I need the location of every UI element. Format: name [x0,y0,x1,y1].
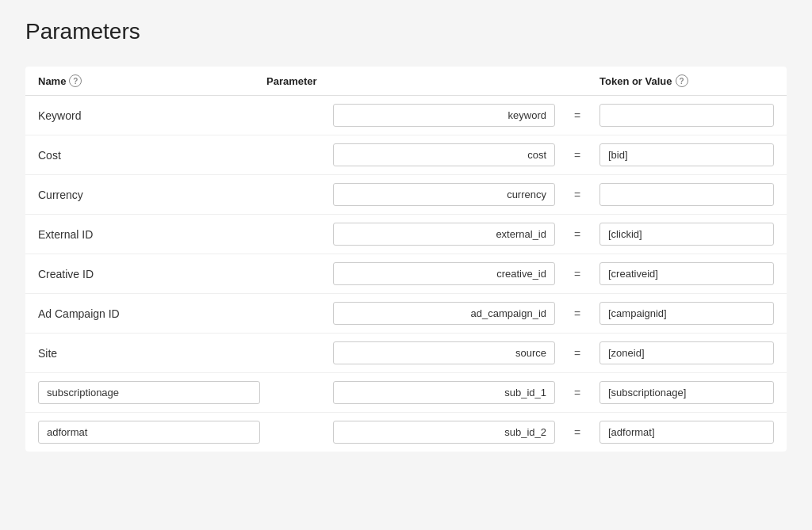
value-cell-custom2 [599,421,774,444]
param-cell-custom2 [266,421,555,444]
token-input-site[interactable] [599,341,774,364]
name-help-icon[interactable]: ? [69,74,82,87]
token-input-custom2[interactable] [599,421,774,444]
value-cell-keyword [599,104,774,127]
table-body: Keyword=Cost=Currency=External ID=Creati… [25,96,787,452]
value-cell-external_id [599,223,774,246]
equals-currency: = [561,189,593,201]
name-cell-currency: Currency [38,189,260,201]
equals-ad_campaign_id: = [561,307,593,320]
param-input-currency[interactable] [333,183,555,206]
name-cell-site: Site [38,347,260,360]
param-input-custom2[interactable] [333,421,555,444]
token-help-icon[interactable]: ? [676,74,688,87]
name-cell-custom2 [38,421,260,444]
token-input-cost[interactable] [599,143,774,166]
value-cell-custom1 [599,381,774,404]
param-input-custom1[interactable] [333,381,555,404]
name-cell-cost: Cost [38,149,260,162]
header-name: Name ? [38,74,260,87]
value-cell-currency [599,183,774,206]
equals-cost: = [561,149,593,162]
name-input-custom2[interactable] [38,421,260,444]
table-row: Keyword= [25,96,787,135]
equals-external_id: = [561,228,593,241]
name-cell-external_id: External ID [38,228,260,241]
table-row: Ad Campaign ID= [25,294,787,334]
table-row: Creative ID= [25,254,787,294]
table-header: Name ? Parameter Token or Value ? [25,67,787,96]
token-input-ad_campaign_id[interactable] [599,302,774,325]
param-input-external_id[interactable] [333,223,555,246]
param-input-ad_campaign_id[interactable] [333,302,555,325]
name-cell-ad_campaign_id: Ad Campaign ID [38,307,260,320]
token-input-currency[interactable] [599,183,774,206]
parameters-table: Name ? Parameter Token or Value ? Keywor… [25,67,787,452]
param-cell-currency [266,183,555,206]
param-cell-external_id [266,223,555,246]
param-cell-site [266,341,555,364]
header-token-or-value: Token or Value ? [599,74,774,87]
param-cell-cost [266,143,555,166]
table-row: Cost= [25,135,787,175]
param-cell-custom1 [266,381,555,404]
table-row: Site= [25,334,787,373]
table-row: External ID= [25,215,787,254]
equals-custom1: = [561,387,593,399]
table-row: Currency= [25,175,787,215]
param-cell-keyword [266,104,555,127]
token-input-custom1[interactable] [599,381,774,404]
table-row: = [25,413,787,452]
name-cell-creative_id: Creative ID [38,268,260,280]
value-cell-site [599,341,774,364]
value-cell-ad_campaign_id [599,302,774,325]
param-cell-ad_campaign_id [266,302,555,325]
param-input-keyword[interactable] [333,104,555,127]
equals-creative_id: = [561,268,593,280]
param-input-site[interactable] [333,341,555,364]
name-cell-custom1 [38,381,260,404]
name-input-custom1[interactable] [38,381,260,404]
table-row: = [25,373,787,413]
token-input-external_id[interactable] [599,223,774,246]
token-input-keyword[interactable] [599,104,774,127]
param-input-creative_id[interactable] [333,262,555,285]
equals-keyword: = [561,109,593,122]
name-cell-keyword: Keyword [38,109,260,122]
param-input-cost[interactable] [333,143,555,166]
value-cell-creative_id [599,262,774,285]
value-cell-cost [599,143,774,166]
page-title: Parameters [25,19,787,44]
param-cell-creative_id [266,262,555,285]
equals-custom2: = [561,426,593,439]
header-parameter: Parameter [266,75,555,87]
token-input-creative_id[interactable] [599,262,774,285]
equals-site: = [561,347,593,360]
